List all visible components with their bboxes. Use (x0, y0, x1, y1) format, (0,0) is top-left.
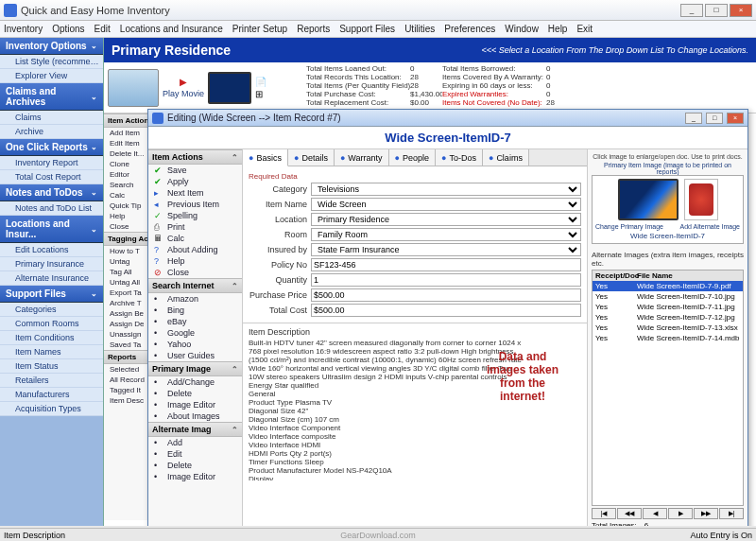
play-movie-icon[interactable]: ▶ (180, 77, 187, 87)
sidebar-item[interactable]: Claims (0, 111, 103, 125)
alt-header-receipt[interactable]: Receipt/Doc (593, 270, 634, 281)
nav-first-button[interactable]: |◀ (592, 508, 616, 519)
panel-item[interactable]: 🖩Calc (148, 233, 242, 244)
menu-reports[interactable]: Reports (297, 24, 330, 34)
change-primary-image-button[interactable]: Change Primary Image (595, 223, 663, 230)
sidebar-section-inventory-options[interactable]: Inventory Options⌄ (0, 38, 103, 55)
sidebar-section-locations-and-insur-[interactable]: Locations and Insur...⌄ (0, 216, 103, 243)
edit-close-button[interactable]: × (727, 113, 744, 124)
menu-window[interactable]: Window (505, 24, 539, 34)
primary-item-image[interactable] (618, 179, 679, 220)
sidebar-item[interactable]: Explorer View (0, 69, 103, 83)
panel-item[interactable]: •Image Editor (148, 399, 242, 410)
form-input-quantity[interactable] (311, 273, 581, 287)
location-image[interactable] (108, 69, 159, 107)
panel-item[interactable]: •About Images (148, 410, 242, 422)
tab-people[interactable]: ●People (389, 149, 436, 166)
alternate-images-table[interactable]: Receipt/Doc File Name YesWide Screen-Ite… (592, 270, 744, 506)
panel-search-internet[interactable]: Search Internet⌃ (148, 278, 242, 293)
panel-item[interactable]: •Delete (148, 388, 242, 399)
menu-options[interactable]: Options (52, 24, 84, 34)
panel-primary-image[interactable]: Primary Image⌃ (148, 361, 242, 376)
sidebar-item[interactable]: Edit Locations (0, 243, 103, 257)
nav-back-button[interactable]: ◀ (643, 508, 667, 519)
menu-inventory[interactable]: Inventory (4, 24, 43, 34)
item-thumbnail[interactable] (208, 72, 251, 104)
panel-item[interactable]: •Add/Change (148, 376, 242, 388)
panel-item[interactable]: ✓Spelling (148, 210, 242, 221)
add-alternate-image-button[interactable]: Add Alternate Image (680, 223, 740, 230)
panel-item[interactable]: •Delete (148, 460, 242, 471)
menu-edit[interactable]: Edit (94, 24, 111, 34)
menu-exit[interactable]: Exit (576, 24, 593, 34)
alt-header-filename[interactable]: File Name (634, 270, 743, 281)
nav-fwd-button[interactable]: ▶ (668, 508, 693, 519)
form-input-policy-no[interactable] (311, 258, 581, 271)
sidebar-item[interactable]: Alternate Insurance (0, 271, 103, 286)
panel-item[interactable]: ?Help (148, 255, 242, 267)
alt-image-row[interactable]: YesWide Screen-ItemID-7-9.pdf (593, 281, 743, 291)
tab-warranty[interactable]: ●Warranty (335, 149, 389, 166)
menu-printer-setup[interactable]: Printer Setup (232, 24, 287, 34)
doc-icon[interactable]: 📄 (255, 77, 266, 87)
grid-icon[interactable]: ⊞ (255, 89, 266, 99)
sidebar-section-claims-and-archives[interactable]: Claims and Archives⌄ (0, 83, 103, 111)
alt-image-row[interactable]: YesWide Screen-ItemID-7-10.jpg (593, 291, 743, 302)
panel-item[interactable]: •User Guides (148, 350, 242, 361)
alt-image-row[interactable]: YesWide Screen-ItemID-7-13.xlsx (593, 323, 743, 333)
sidebar-item[interactable]: Item Names (0, 345, 103, 359)
edit-minimize-button[interactable]: _ (685, 113, 702, 124)
form-input-location[interactable]: Primary Residence (311, 213, 581, 226)
play-movie-label[interactable]: Play Movie (163, 89, 204, 98)
panel-item[interactable]: •Image Editor (148, 471, 242, 482)
panel-item[interactable]: •Google (148, 327, 242, 339)
sidebar-item[interactable]: List Style (recommended, displays the mo… (0, 55, 103, 69)
sidebar-section-support-files[interactable]: Support Files⌄ (0, 286, 103, 303)
panel-item[interactable]: ◂Previous Item (148, 199, 242, 210)
menu-support-files[interactable]: Support Files (339, 24, 395, 34)
close-button[interactable]: × (730, 4, 752, 17)
menu-utilities[interactable]: Utilities (404, 24, 435, 34)
panel-item-actions[interactable]: Item Actions⌃ (148, 149, 242, 165)
alt-image-row[interactable]: YesWide Screen-ItemID-7-12.jpg (593, 312, 743, 323)
tab-basics[interactable]: ●Basics (243, 149, 288, 166)
form-input-total-cost[interactable] (311, 304, 581, 317)
edit-maximize-button[interactable]: □ (706, 113, 723, 124)
panel-item[interactable]: ⊘Close (148, 267, 242, 278)
sidebar-section-notes-and-todos[interactable]: Notes and ToDos⌄ (0, 184, 103, 201)
panel-item[interactable]: ⎙Print (148, 221, 242, 233)
sidebar-item[interactable]: Notes and ToDo List (0, 201, 103, 216)
panel-item[interactable]: ▸Next Item (148, 187, 242, 199)
menu-locations-and-insurance[interactable]: Locations and Insurance (120, 24, 223, 34)
sidebar-item[interactable]: Archive (0, 125, 103, 139)
tab-claims[interactable]: ●Claims (483, 149, 529, 166)
sidebar-item[interactable]: Common Rooms (0, 317, 103, 331)
menu-preferences[interactable]: Preferences (444, 24, 495, 34)
panel-item[interactable]: ?About Adding (148, 244, 242, 255)
nav-next-button[interactable]: ▶▶ (694, 508, 718, 519)
panel-item[interactable]: •Add (148, 437, 242, 448)
pdf-document-icon[interactable] (684, 179, 718, 220)
sidebar-item[interactable]: Item Status (0, 359, 103, 374)
panel-item[interactable]: •Amazon (148, 293, 242, 305)
panel-item[interactable]: •Bing (148, 305, 242, 316)
alt-image-row[interactable]: YesWide Screen-ItemID-7-14.mdb (593, 333, 743, 343)
alt-image-row[interactable]: YesWide Screen-ItemID-7-11.jpg (593, 302, 743, 312)
nav-last-button[interactable]: ▶| (719, 508, 744, 519)
tab-details[interactable]: ●Details (288, 149, 335, 166)
sidebar-item[interactable]: Item Conditions (0, 331, 103, 345)
nav-prev-button[interactable]: ◀◀ (617, 508, 642, 519)
form-input-item-name[interactable]: Wide Screen (311, 198, 581, 211)
panel-item[interactable]: ✔Apply (148, 176, 242, 187)
sidebar-item[interactable]: Primary Insurance (0, 257, 103, 271)
form-input-insured-by[interactable]: State Farm Insurance (311, 243, 581, 256)
maximize-button[interactable]: □ (705, 4, 728, 17)
form-input-room[interactable]: Family Room (311, 228, 581, 241)
sidebar-section-one-click-reports[interactable]: One Click Reports⌄ (0, 139, 103, 156)
panel-item[interactable]: ✔Save (148, 165, 242, 176)
sidebar-item[interactable]: Retailers (0, 374, 103, 388)
form-input-category[interactable]: Televisions (311, 183, 581, 196)
panel-item[interactable]: •eBay (148, 316, 242, 327)
minimize-button[interactable]: _ (680, 4, 703, 17)
tab-to-dos[interactable]: ●To-Dos (436, 149, 483, 166)
